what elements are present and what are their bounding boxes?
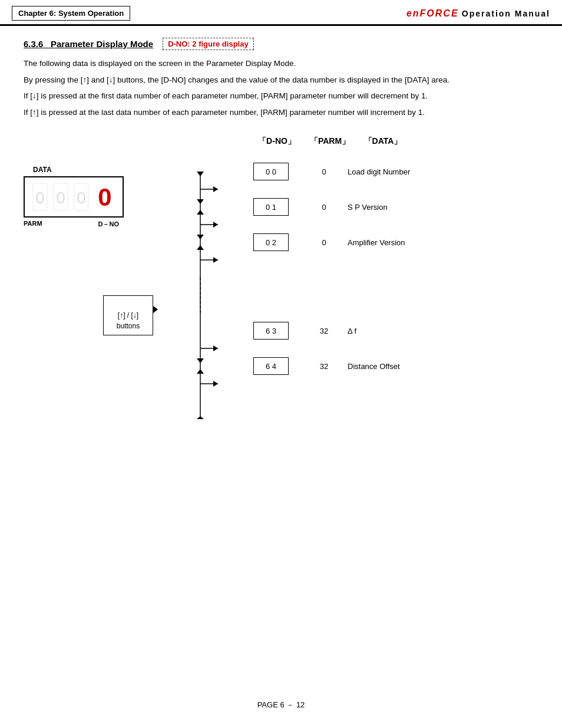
table-row-3: 6 3 32 Δ f [253, 313, 538, 348]
page-number: PAGE 6 － 12 [257, 700, 305, 709]
dno-box-0: 0 0 [253, 163, 289, 180]
svg-text:0: 0 [56, 189, 65, 207]
table-row-0: 0 0 0 Load digit Number [253, 154, 538, 189]
svg-text:0: 0 [35, 189, 45, 207]
dno-box-2: 0 2 [253, 233, 289, 251]
svg-marker-19 [213, 381, 218, 387]
parm-0: 0 [300, 167, 348, 176]
svg-marker-24 [197, 245, 204, 250]
header-data: 「DATA」 [359, 136, 406, 147]
right-col: 「D-NO」 「PARM」 「DATA」 0 0 0 Load digit Nu… [253, 136, 538, 419]
display-box: 0 0 0 0 [24, 176, 124, 218]
dno-box-3: 6 3 [253, 322, 289, 340]
body-para-2: By pressing the [↑] and [↓] buttons, the… [24, 74, 538, 87]
svg-marker-21 [197, 199, 204, 204]
page-header: Chapter 6: System Operation enFORCE Oper… [0, 0, 562, 26]
dno-box-1: 0 1 [253, 198, 289, 216]
parm-2: 0 [300, 238, 348, 247]
brand-name: enFORCE [406, 8, 459, 18]
header-dno: 「D-NO」 [253, 136, 300, 147]
section-title-row: 6.3.6 Parameter Display Mode D-NO: 2 fig… [24, 38, 538, 50]
section-title: 6.3.6 Parameter Display Mode [24, 39, 153, 49]
body-para-4: If [↑] is pressed at the last data numbe… [24, 106, 538, 119]
svg-marker-22 [197, 210, 204, 215]
parm-1: 0 [300, 203, 348, 212]
svg-marker-12 [213, 222, 218, 228]
desc-1: S P Version [348, 203, 538, 212]
display-label: DATA [33, 166, 141, 174]
header-parm: 「PARM」 [300, 136, 359, 147]
svg-marker-26 [197, 369, 204, 374]
parm-label: PARM [24, 220, 42, 229]
brand-header: enFORCE Operation Manual [406, 8, 550, 19]
dno-badge: D-NO: 2 figure display [163, 38, 254, 50]
svg-marker-20 [197, 416, 204, 419]
digit-3: 0 [73, 182, 90, 212]
desc-0: Load digit Number [348, 167, 538, 176]
svg-text:0: 0 [77, 189, 86, 207]
display-bottom-labels: PARM D－NO [24, 220, 124, 229]
svg-marker-14 [213, 257, 218, 263]
manual-label: Operation Manual [462, 9, 550, 18]
table-row-2: 0 2 0 Amplifier Version [253, 225, 538, 260]
main-content: 6.3.6 Parameter Display Mode D-NO: 2 fig… [0, 26, 562, 431]
parm-3: 32 [300, 327, 348, 335]
digit-4: 0 [94, 182, 116, 212]
body-para-3: If [↓] is pressed at the first data numb… [24, 90, 538, 103]
digit-2: 0 [52, 182, 69, 212]
table-row-1: 0 1 0 S P Version [253, 189, 538, 225]
desc-4: Distance Offset [348, 362, 538, 371]
parm-4: 32 [300, 362, 348, 371]
svg-marker-10 [213, 186, 218, 192]
display-section: DATA 0 0 0 [24, 130, 141, 419]
svg-marker-8 [197, 172, 204, 176]
buttons-box: [↑] / [↓] buttons [103, 295, 153, 335]
desc-3: Δ f [348, 327, 538, 335]
chapter-label: Chapter 6: System Operation [12, 6, 130, 21]
dno-box-4: 6 4 [253, 357, 289, 375]
svg-marker-17 [213, 345, 218, 351]
table-row-4: 6 4 32 Distance Offset [253, 348, 538, 384]
body-para-1: The following data is displayed on the s… [24, 57, 538, 70]
col-header-row: 「D-NO」 「PARM」 「DATA」 [253, 136, 538, 147]
digit-1: 0 [32, 182, 48, 212]
center-flow: [↑] / [↓] buttons [153, 172, 247, 419]
dotted-spacer [253, 260, 538, 313]
page-footer: PAGE 6 － 12 [0, 700, 562, 710]
svg-text:0: 0 [98, 183, 111, 211]
flow-svg [165, 172, 236, 419]
diagram-area: DATA 0 0 0 [24, 130, 538, 419]
dno-label: D－NO [98, 220, 119, 229]
svg-marker-23 [197, 235, 204, 239]
svg-marker-25 [197, 358, 204, 363]
desc-2: Amplifier Version [348, 238, 538, 247]
